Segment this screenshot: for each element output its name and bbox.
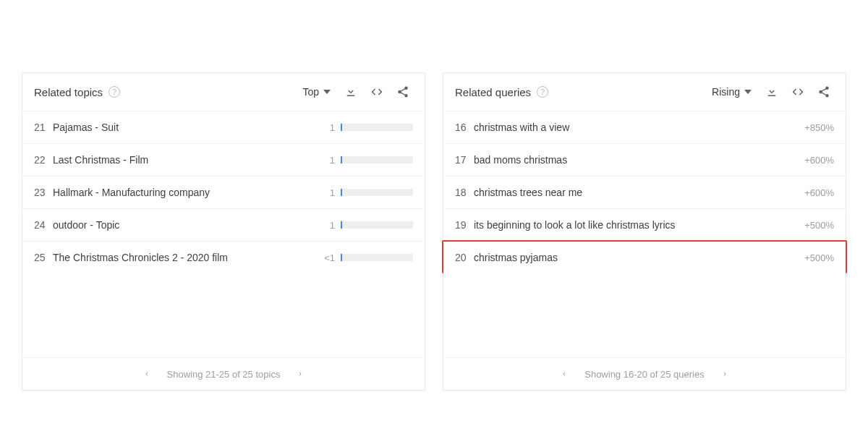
topic-label: Last Christmas - Film — [53, 154, 330, 166]
related-topics-card: Related topics ? Top 21 Pajamas - Suit 1 — [22, 72, 425, 391]
query-label: bad moms christmas — [474, 154, 804, 166]
bar — [341, 189, 413, 196]
topic-value: 1 — [330, 122, 335, 133]
bar — [341, 156, 413, 163]
rank: 20 — [455, 252, 474, 263]
embed-icon[interactable] — [367, 82, 387, 102]
topic-value: 1 — [330, 187, 335, 198]
download-icon[interactable] — [341, 82, 361, 102]
pager: Showing 16-20 of 25 queries — [443, 357, 846, 390]
query-label: its beginning to look a lot like christm… — [474, 219, 804, 231]
list-item[interactable]: 23 Hallmark - Manufacturing company 1 — [22, 176, 425, 209]
list-item[interactable]: 24 outdoor - Topic 1 — [22, 209, 425, 242]
sort-label: Rising — [712, 86, 740, 98]
prev-page-button[interactable] — [140, 367, 154, 381]
card-title: Related topics — [34, 86, 103, 98]
page: Related topics ? Top 21 Pajamas - Suit 1 — [0, 0, 868, 434]
chevron-down-icon — [323, 90, 331, 94]
topic-label: outdoor - Topic — [53, 219, 330, 231]
share-icon[interactable] — [393, 82, 413, 102]
query-label: christmas trees near me — [474, 187, 804, 198]
list-item[interactable]: 16 christmas with a view +850% — [443, 111, 846, 144]
help-icon[interactable]: ? — [109, 86, 120, 98]
rank: 25 — [34, 252, 53, 263]
query-label: christmas with a view — [474, 122, 804, 133]
rank: 22 — [34, 154, 53, 166]
related-queries-card: Related queries ? Rising 16 christmas wi… — [443, 72, 846, 391]
topic-value: <1 — [324, 252, 335, 263]
query-pct: +500% — [804, 220, 834, 231]
bar — [341, 221, 413, 229]
rank: 21 — [34, 122, 53, 133]
list-item[interactable]: 19 its beginning to look a lot like chri… — [443, 209, 846, 242]
download-icon[interactable] — [762, 82, 782, 102]
list-item[interactable]: 22 Last Christmas - Film 1 — [22, 144, 425, 176]
topic-label: The Christmas Chronicles 2 - 2020 film — [53, 252, 324, 263]
pager-text: Showing 16-20 of 25 queries — [584, 369, 705, 380]
list-item[interactable]: 25 The Christmas Chronicles 2 - 2020 fil… — [22, 242, 425, 273]
next-page-button[interactable] — [293, 367, 307, 381]
list-item[interactable]: 21 Pajamas - Suit 1 — [22, 111, 425, 144]
card-header: Related topics ? Top — [22, 73, 425, 111]
pager: Showing 21-25 of 25 topics — [22, 357, 425, 390]
topic-label: Pajamas - Suit — [53, 122, 330, 133]
next-page-button[interactable] — [718, 367, 732, 381]
embed-icon[interactable] — [788, 82, 808, 102]
topic-value: 1 — [330, 155, 335, 166]
card-title: Related queries — [455, 86, 531, 98]
query-pct: +600% — [804, 187, 834, 198]
query-pct: +500% — [804, 252, 834, 263]
query-label: christmas pyjamas — [474, 252, 804, 263]
list-item-highlighted[interactable]: 20 christmas pyjamas +500% — [442, 240, 847, 273]
rank: 18 — [455, 187, 474, 198]
rank: 23 — [34, 187, 53, 198]
sort-label: Top — [302, 86, 319, 98]
sort-dropdown[interactable]: Top — [298, 83, 335, 101]
share-icon[interactable] — [814, 82, 834, 102]
card-header: Related queries ? Rising — [443, 73, 846, 111]
topics-rows: 21 Pajamas - Suit 1 22 Last Christmas - … — [22, 111, 425, 357]
rank: 17 — [455, 154, 474, 166]
rank: 16 — [455, 122, 474, 133]
bar — [341, 254, 413, 261]
topic-value: 1 — [330, 220, 335, 231]
prev-page-button[interactable] — [557, 367, 571, 381]
list-item[interactable]: 17 bad moms christmas +600% — [443, 144, 846, 176]
query-pct: +600% — [804, 155, 834, 166]
sort-dropdown[interactable]: Rising — [707, 83, 756, 101]
chevron-down-icon — [744, 90, 752, 94]
bar — [341, 124, 413, 131]
pager-text: Showing 21-25 of 25 topics — [167, 369, 281, 380]
help-icon[interactable]: ? — [537, 86, 548, 98]
topic-label: Hallmark - Manufacturing company — [53, 187, 330, 198]
rank: 19 — [455, 219, 474, 231]
rank: 24 — [34, 219, 53, 231]
queries-rows: 16 christmas with a view +850% 17 bad mo… — [443, 111, 846, 357]
list-item[interactable]: 18 christmas trees near me +600% — [443, 176, 846, 209]
query-pct: +850% — [804, 122, 834, 133]
